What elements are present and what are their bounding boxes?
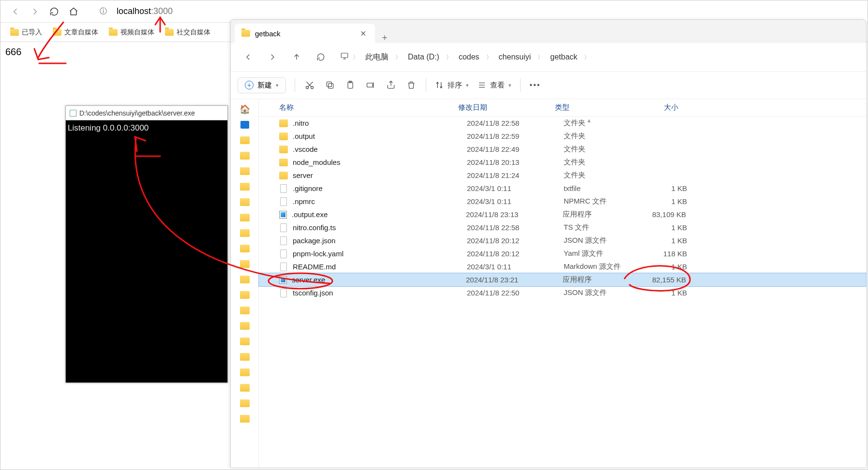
side-folder-icon[interactable] [235,350,254,364]
list-header[interactable]: 名称 修改日期 类型 大小 [259,99,866,117]
side-folder-icon[interactable] [235,396,254,411]
chevron-down-icon: ▾ [276,82,279,88]
side-folder-icon[interactable] [235,365,254,380]
explorer-body: 🏠 名称 修改日期 类型 [231,99,866,468]
file-row[interactable]: server2024/11/8 21:24文件夹 [259,169,866,182]
file-row[interactable]: .npmrc2024/3/1 0:11NPMRC 文件1 KB [259,195,866,208]
side-folder-icon[interactable] [235,133,254,147]
breadcrumb-segment[interactable]: codes [456,51,482,63]
file-type: 文件夹 [564,132,644,141]
sort-button[interactable]: 排序 ▾ [435,81,469,90]
side-folder-icon[interactable] [235,210,254,225]
cut-icon[interactable] [304,79,315,91]
more-icon[interactable]: ••• [529,79,541,91]
file-date: 2024/11/8 23:21 [466,276,563,284]
folder-icon [279,119,288,127]
breadcrumb-segment[interactable]: getback [547,51,580,63]
file-row[interactable]: pnpm-lock.yaml2024/11/8 20:12Yaml 源文件118… [259,247,866,260]
col-size[interactable]: 大小 [635,103,688,112]
file-size: 1 KB [644,184,697,192]
folder-icon [279,159,288,166]
side-folder-icon[interactable] [235,411,254,426]
col-date[interactable]: 修改日期 [458,103,555,112]
terminal-titlebar[interactable]: D:\codes\chensuiyi\getback\server.exe [66,106,227,120]
chevron-right-icon: 〉 [446,53,452,61]
explorer-window[interactable]: getback ✕ ＋ 〉 此电脑〉Data (D:)〉codes〉chensu… [230,19,867,468]
info-icon[interactable]: ⓘ [100,7,107,16]
exe-icon [279,211,287,219]
paste-icon[interactable] [344,79,356,91]
file-row[interactable]: package.json2024/11/8 20:12JSON 源文件1 KB [259,234,866,247]
file-type: JSON 源文件 [564,236,644,245]
file-row[interactable]: tsconfig.json2024/11/8 22:50JSON 源文件1 KB [259,286,866,299]
ex-back-button[interactable] [239,47,258,67]
file-name: server [293,171,467,179]
side-folder-icon[interactable] [235,319,254,333]
copy-icon[interactable] [324,79,336,91]
file-name: .nitro [293,119,467,127]
file-name: package.json [293,236,467,245]
ex-refresh-button[interactable] [311,47,330,67]
ex-up-button[interactable] [287,47,306,67]
breadcrumb-segment[interactable]: 此电脑 [362,50,391,64]
file-row[interactable]: server.exe2024/11/8 23:21应用程序82,155 KB [259,273,866,286]
side-folder-icon[interactable] [235,148,254,163]
chevron-right-icon: 〉 [584,53,590,61]
file-row[interactable]: .vscode2024/11/8 22:49文件夹 [259,143,866,156]
breadcrumb-segment[interactable]: chensuiyi [496,51,534,63]
home-button[interactable] [66,4,81,19]
file-type: 应用程序 [563,275,643,284]
breadcrumb[interactable]: 〉 此电脑〉Data (D:)〉codes〉chensuiyi〉getback〉 [335,50,858,64]
side-folder-icon[interactable] [235,179,254,194]
breadcrumb-segment[interactable]: Data (D:) [405,51,442,63]
bookmark-item[interactable]: 视频自媒体 [105,26,158,39]
delete-icon[interactable] [405,79,417,91]
new-button[interactable]: + 新建 ▾ [238,77,286,93]
file-size: 1 KB [644,197,697,206]
col-name[interactable]: 名称 [279,103,458,112]
file-type: 文件夹 [564,171,644,180]
file-row[interactable]: .gitignore2024/3/1 0:11txtfile1 KB [259,182,866,195]
forward-button[interactable] [27,4,43,19]
file-row[interactable]: .output2024/11/8 22:59文件夹 [259,130,866,143]
file-row[interactable]: node_modules2024/11/8 20:13文件夹 [259,156,866,169]
file-date: 2024/11/8 20:12 [467,250,564,258]
bookmark-item[interactable]: 文章自媒体 [49,26,102,39]
side-folder-icon[interactable] [235,241,254,256]
address-bar[interactable]: ⓘ localhost:3000 [91,3,860,20]
side-home-icon[interactable]: 🏠 [235,102,254,117]
reload-button[interactable] [46,4,62,19]
terminal-window[interactable]: D:\codes\chensuiyi\getback\server.exe Li… [65,105,228,383]
file-size: 82,155 KB [643,276,696,284]
col-type[interactable]: 类型 [555,103,635,112]
close-tab-icon[interactable]: ✕ [358,29,368,38]
side-folder-icon[interactable] [235,257,254,271]
file-icon [280,263,287,271]
share-icon[interactable] [385,79,397,91]
view-button[interactable]: 查看 ▾ [478,81,511,90]
explorer-tab-active[interactable]: getback ✕ [235,24,375,43]
rename-icon[interactable] [365,79,376,91]
bookmark-item[interactable]: 已导入 [6,26,46,39]
side-folder-icon[interactable] [235,303,254,318]
side-folder-icon[interactable] [235,381,254,395]
file-row[interactable]: nitro.config.ts2024/11/8 22:58TS 文件1 KB [259,221,866,234]
file-row[interactable]: README.md2024/3/1 0:11Markdown 源文件1 KB [259,260,866,273]
ex-forward-button[interactable] [263,47,282,67]
new-tab-button[interactable]: ＋ [375,31,394,43]
bookmark-item[interactable]: 社交自媒体 [161,26,214,39]
terminal-output: Listening 0.0.0.0:3000 [66,120,227,136]
side-gallery-icon[interactable] [235,118,254,132]
side-folder-icon[interactable] [235,272,254,287]
side-folder-icon[interactable] [235,195,254,209]
side-folder-icon[interactable] [235,164,254,178]
back-button[interactable] [8,4,23,19]
side-folder-icon[interactable] [235,334,254,349]
side-folder-icon[interactable] [235,226,254,240]
file-date: 2024/11/8 21:24 [467,171,564,179]
file-type: 应用程序 [563,210,643,219]
file-date: 2024/11/8 20:12 [467,236,564,245]
side-folder-icon[interactable] [235,288,254,302]
file-row[interactable]: .nitro2024/11/8 22:58文件夹 [259,117,866,130]
file-row[interactable]: .output.exe2024/11/8 23:13应用程序83,109 KB [259,208,866,221]
